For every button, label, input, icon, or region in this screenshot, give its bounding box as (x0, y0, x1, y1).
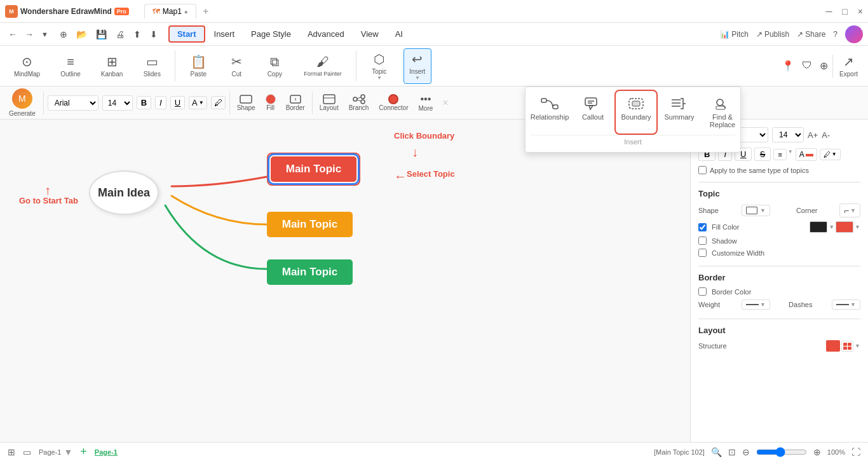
new-btn[interactable]: ⊕ (57, 27, 71, 41)
summary-btn[interactable]: Summary (660, 92, 698, 132)
tab-page-style[interactable]: Page Style (243, 27, 299, 41)
fill-btn[interactable]: Fill (262, 92, 279, 113)
add-tab-btn[interactable]: + (198, 3, 214, 20)
forward-btn[interactable]: → (22, 27, 37, 41)
kanban-btn[interactable]: ⊞ Kanban (96, 52, 128, 80)
import-btn[interactable]: ⬇ (147, 27, 161, 41)
shape-select[interactable]: ▼ (742, 205, 770, 216)
fill-dark-btn[interactable] (810, 221, 827, 233)
apply-same-type-checkbox[interactable] (698, 166, 707, 174)
slides-btn[interactable]: ▭ Slides (138, 52, 166, 80)
topic3-label[interactable]: Main Topic (267, 259, 353, 285)
location-btn[interactable]: 📍 (778, 58, 797, 74)
underline-btn[interactable]: U (170, 96, 185, 109)
search-mode-btn[interactable]: 🔍 (711, 447, 722, 457)
align-left-btn[interactable]: ≡ (773, 149, 786, 160)
close-btn[interactable]: × (858, 6, 863, 17)
collapse-btn[interactable]: × (442, 97, 448, 109)
boundary-btn[interactable]: Boundary (617, 92, 655, 132)
publish-btn[interactable]: ↗Publish (756, 30, 789, 39)
topic-btn[interactable]: ⬡ Topic ▼ (365, 49, 393, 83)
back-btn[interactable]: ← (5, 27, 20, 41)
highlight-panel-btn[interactable]: 🖊▼ (820, 149, 841, 160)
user-avatar[interactable] (845, 25, 863, 43)
main-idea-node[interactable]: Main Idea (89, 170, 159, 215)
more-btn[interactable]: ••• More (416, 92, 437, 114)
undo-history-btn[interactable]: ▼ (38, 29, 51, 40)
branch-btn[interactable]: Branch (346, 92, 372, 113)
fill-color-checkbox[interactable] (698, 223, 707, 231)
copy-btn[interactable]: ⧉ Copy (261, 52, 288, 80)
layers-btn[interactable]: ⊞ (8, 447, 15, 457)
relationship-btn[interactable]: Relationship (531, 92, 569, 132)
map-tab[interactable]: 🗺 Map1 ● (144, 4, 196, 18)
text-color-panel-btn[interactable]: A (796, 148, 817, 161)
cut-btn[interactable]: ✂ Cut (222, 52, 250, 80)
dashes-select[interactable]: ▼ (832, 299, 860, 310)
paste-btn[interactable]: 📋 Paste (184, 52, 212, 80)
topic2-container[interactable]: Main Topic (267, 212, 353, 237)
help-btn[interactable]: ? (833, 30, 837, 39)
customize-width-checkbox[interactable] (698, 249, 707, 257)
format-painter-btn[interactable]: 🖌 Format Painter (299, 52, 347, 79)
fill-dark-dropdown[interactable]: ▼ (829, 224, 834, 230)
bold-btn[interactable]: B (137, 96, 151, 109)
callout-btn[interactable]: Callout (574, 92, 612, 132)
panel-font-size[interactable]: 14 (772, 127, 804, 142)
tab-start[interactable]: Start (168, 25, 205, 43)
zoom-slider[interactable] (756, 447, 807, 457)
active-page-label[interactable]: Page-1 (95, 448, 118, 456)
fill-red-btn[interactable] (836, 221, 853, 233)
add-page-btn[interactable]: + (80, 445, 87, 458)
fullscreen-btn[interactable]: ⛶ (851, 447, 860, 457)
panel-strikethrough-btn[interactable]: S̶ (754, 148, 771, 161)
find-replace-btn[interactable]: Find & Replace (703, 92, 742, 132)
minimize-btn[interactable]: ─ (825, 6, 832, 17)
tab-advanced[interactable]: Advanced (300, 27, 352, 41)
font-size-up-btn[interactable]: A+ (808, 130, 818, 140)
font-family-select[interactable]: Arial (48, 95, 98, 111)
connector-btn[interactable]: Connector (376, 92, 411, 113)
align-dropdown[interactable]: ▼ (788, 149, 793, 160)
border-color-checkbox[interactable] (698, 287, 707, 296)
fit-page-btn[interactable]: ⊡ (728, 447, 736, 457)
generate-btn[interactable]: M (12, 88, 32, 109)
corner-select[interactable]: ⌐ ▼ (839, 203, 860, 217)
tab-close[interactable]: ● (184, 8, 188, 15)
page1-label[interactable]: Page-1 (39, 448, 61, 456)
border-btn[interactable]: Border (283, 92, 308, 113)
structure-grid[interactable] (841, 341, 853, 352)
save-local-btn[interactable]: 💾 (93, 27, 110, 41)
clock-btn[interactable]: ⊕ (817, 58, 831, 74)
export-btn[interactable]: ↗ Export (834, 52, 863, 80)
insert-btn[interactable]: ↩ Insert ▼ (403, 48, 431, 84)
share-btn[interactable]: ↗Share (797, 30, 825, 39)
weight-select[interactable]: ▼ (742, 299, 770, 310)
highlight-btn[interactable]: 🖊 (211, 96, 226, 109)
topic3-container[interactable]: Main Topic (267, 259, 353, 285)
export-action-btn[interactable]: ⬆ (130, 27, 144, 41)
shadow-checkbox[interactable] (698, 237, 707, 245)
print-btn[interactable]: 🖨 (112, 27, 128, 41)
topic2-label[interactable]: Main Topic (267, 212, 353, 237)
pitch-btn[interactable]: 📊Pitch (720, 30, 749, 39)
structure-dropdown[interactable]: ▼ (855, 343, 860, 349)
maximize-btn[interactable]: □ (842, 6, 847, 17)
page-dropdown-arrow[interactable]: ▼ (64, 447, 72, 457)
font-size-select[interactable]: 14 (102, 95, 133, 111)
tab-insert[interactable]: Insert (207, 27, 243, 41)
zoom-in-btn[interactable]: ⊕ (813, 447, 821, 457)
open-btn[interactable]: 📂 (73, 27, 90, 41)
topic1-container[interactable]: Main Topic (267, 153, 360, 186)
italic-btn[interactable]: I (155, 96, 166, 109)
text-color-btn[interactable]: A▼ (189, 96, 207, 109)
mindmap-btn[interactable]: ⊙ MindMap (9, 52, 45, 80)
panel-toggle-btn[interactable]: ▭ (23, 447, 31, 457)
shield-btn[interactable]: 🛡 (799, 58, 815, 74)
zoom-out-btn[interactable]: ⊖ (742, 447, 750, 457)
font-size-down-btn[interactable]: A- (822, 130, 830, 140)
shape-btn[interactable]: Shape (234, 92, 259, 113)
layout-btn[interactable]: Layout (316, 92, 342, 113)
outline-btn[interactable]: ≡ Outline (55, 52, 86, 80)
tab-view[interactable]: View (353, 27, 386, 41)
